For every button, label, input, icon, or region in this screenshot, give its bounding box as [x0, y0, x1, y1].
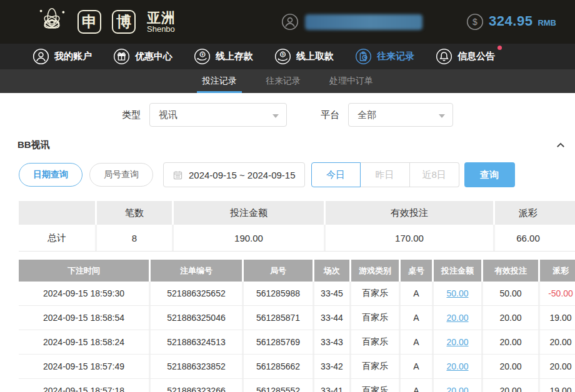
nav-label: 线上取款: [296, 51, 334, 62]
type-select-value: 视讯: [159, 109, 178, 121]
bell-icon: [436, 48, 452, 65]
nav-withdraw[interactable]: $ 线上取款: [274, 48, 334, 65]
nav-label: 信息公告: [458, 51, 495, 62]
round-query-button[interactable]: 局号查询: [89, 163, 153, 187]
query-toolbar: 日期查询 局号查询 2024-09-15 ~ 2024-09-15 今日 昨日 …: [19, 162, 575, 187]
summary-column-header: 投注金额: [174, 201, 324, 225]
bet-amount-link[interactable]: 20.00: [434, 355, 481, 378]
balance[interactable]: $ 324.95 RMB: [466, 13, 556, 31]
table-cell: 33-44: [314, 306, 349, 330]
records-table-head: 下注时间注单编号局号场次游戏类别桌号投注金额有效投注派彩: [19, 260, 575, 282]
records-column-header: 桌号: [401, 260, 432, 282]
table-cell: 521886324513: [151, 330, 242, 354]
bet-amount-link[interactable]: 20.00: [434, 306, 481, 330]
yesterday-button[interactable]: 昨日: [361, 162, 410, 187]
lotus-flower-icon: [32, 4, 71, 40]
records-column-header: 派彩: [540, 260, 575, 282]
main-nav: 我的账户 优惠中心 ¥ 线上存款 $ 线上取款 往来记录: [0, 44, 575, 69]
platform-filter-label: 平台: [321, 109, 339, 121]
gift-icon: [113, 48, 130, 65]
last-8-days-button[interactable]: 近8日: [410, 162, 459, 187]
summary-count: 8: [97, 225, 172, 251]
nav-label: 往来记录: [377, 51, 414, 62]
brand-logo[interactable]: 申 博 亚洲 Shenbo: [32, 4, 176, 40]
records-column-header: 注单编号: [151, 260, 242, 282]
nav-promotions[interactable]: 优惠中心: [113, 48, 172, 65]
table-cell: 百家乐: [351, 379, 399, 392]
bet-amount-link[interactable]: 50.00: [434, 282, 481, 305]
user-account[interactable]: [281, 13, 422, 31]
type-select[interactable]: 视讯: [149, 103, 287, 127]
table-cell: A: [401, 330, 432, 354]
nav-label: 线上存款: [216, 51, 253, 62]
svg-text:$: $: [282, 52, 284, 56]
records-table-body: 2024-09-15 18:59:30521886325652561285988…: [19, 282, 575, 392]
table-cell: A: [401, 306, 432, 330]
table-cell: 33-45: [314, 282, 349, 305]
summary-label: 总计: [19, 225, 95, 251]
table-cell: 19.00: [540, 306, 575, 330]
filter-row: 类型 视讯 平台 全部: [0, 93, 575, 127]
table-cell: 561285769: [244, 330, 312, 354]
section-header: BB视讯: [18, 139, 566, 151]
table-cell: 2024-09-15 18:58:24: [19, 330, 149, 354]
platform-select[interactable]: 全部: [348, 103, 453, 127]
nav-label: 我的账户: [54, 51, 92, 62]
date-query-button[interactable]: 日期查询: [19, 163, 82, 187]
tab-transaction-records[interactable]: 往来记录: [264, 69, 302, 93]
dollar-circle-icon: $: [466, 13, 484, 31]
nav-label: 优惠中心: [135, 51, 172, 62]
table-cell: 521886325652: [151, 282, 242, 305]
records-column-header: 游戏类别: [351, 260, 399, 282]
records-column-header: 有效投注: [483, 260, 538, 282]
nav-announcements[interactable]: 信息公告: [436, 48, 495, 65]
top-header: 申 博 亚洲 Shenbo $ 324.95 RMB: [0, 0, 575, 44]
table-cell: 50.00: [483, 282, 538, 305]
table-row: 2024-09-15 18:58:54521886325046561285871…: [19, 306, 575, 330]
deposit-hand-coin-icon: ¥: [194, 48, 211, 65]
table-cell: 561285871: [244, 306, 312, 330]
summary-total-row: 总计 8 190.00 170.00 66.00: [19, 225, 575, 252]
record-tabs: 投注记录 往来记录 处理中订单: [0, 69, 575, 93]
records-table: 下注时间注单编号局号场次游戏类别桌号投注金额有效投注派彩 2024-09-15 …: [19, 260, 575, 392]
table-row: 2024-09-15 18:57:18521886323266561285552…: [19, 379, 575, 392]
tab-processing-orders[interactable]: 处理中订单: [328, 69, 374, 93]
summary-table-head: 笔数投注金额有效投注派彩: [19, 201, 575, 225]
platform-select-value: 全部: [358, 109, 376, 121]
tab-bet-records[interactable]: 投注记录: [201, 69, 238, 93]
summary-column-header: 笔数: [97, 201, 172, 225]
chevron-up-icon[interactable]: [555, 140, 566, 151]
table-cell: 2024-09-15 18:57:18: [19, 379, 149, 392]
logo-region: 亚洲: [147, 11, 176, 25]
user-circle-icon: [281, 13, 299, 31]
chevron-down-icon: [439, 114, 445, 118]
table-cell: 百家乐: [351, 282, 399, 305]
nav-transaction-records[interactable]: 往来记录: [355, 48, 414, 65]
table-row: 2024-09-15 18:58:24521886324513561285769…: [19, 330, 575, 355]
summary-table: 笔数投注金额有效投注派彩 总计 8 190.00 170.00 66.00: [19, 201, 575, 252]
table-cell: 百家乐: [351, 355, 399, 378]
today-button[interactable]: 今日: [311, 162, 361, 187]
table-cell: -50.00: [540, 282, 575, 305]
records-column-header: 局号: [244, 260, 312, 282]
nav-deposit[interactable]: ¥ 线上存款: [194, 48, 253, 65]
bet-amount-link[interactable]: 20.00: [434, 330, 481, 354]
date-range-input[interactable]: 2024-09-15 ~ 2024-09-15: [163, 162, 305, 187]
summary-column-header: 有效投注: [326, 201, 493, 225]
chevron-down-icon: [272, 114, 279, 118]
records-column-header: 下注时间: [19, 260, 149, 282]
logo-char-shen: 申: [78, 10, 101, 34]
search-button[interactable]: 查询: [464, 162, 515, 187]
summary-column-header: 派彩: [495, 201, 575, 225]
table-cell: 20.00: [483, 355, 538, 378]
section-title: BB视讯: [18, 139, 50, 151]
nav-my-account[interactable]: 我的账户: [32, 48, 92, 65]
table-cell: 33-41: [314, 379, 349, 392]
username-redacted: [305, 14, 422, 30]
table-cell: 2024-09-15 18:58:54: [19, 306, 149, 330]
bet-amount-link[interactable]: 20.00: [434, 379, 481, 392]
notification-badge-dot: [498, 46, 502, 50]
table-cell: 20.00: [540, 330, 575, 354]
table-cell: 561285552: [244, 379, 312, 392]
quick-range-group: 今日 昨日 近8日: [311, 162, 459, 187]
